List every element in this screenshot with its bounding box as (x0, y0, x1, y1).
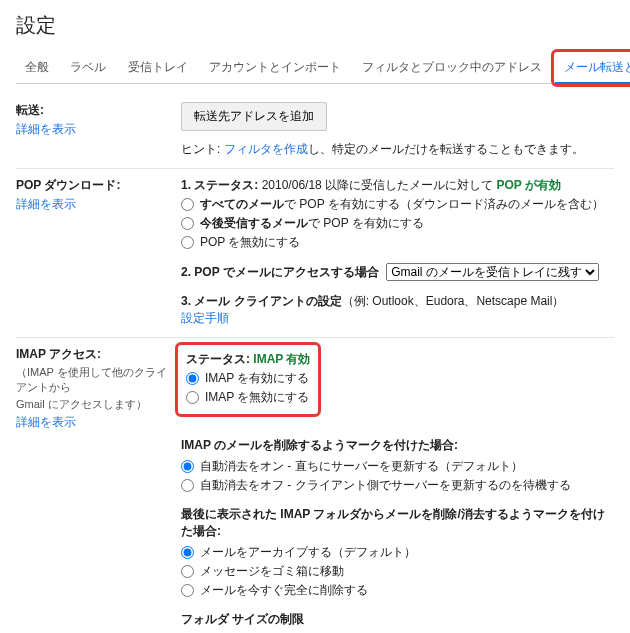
expunge-off: 自動消去をオフ - クライアント側でサーバーを更新するのを待機する (200, 477, 571, 494)
add-forwarding-address-button[interactable]: 転送先アドレスを追加 (181, 102, 327, 131)
lf-radio-trash[interactable] (181, 565, 194, 578)
section-pop: POP ダウンロード: 詳細を表示 1. ステータス: 2010/06/18 以… (16, 169, 614, 338)
pop-opt-all: すべてのメールで POP を有効にする（ダウンロード済みのメールを含む） (200, 196, 604, 213)
expunge-on: 自動消去をオン - 直ちにサーバーを更新する（デフォルト） (200, 458, 523, 475)
imap-opt-enable: IMAP を有効にする (205, 370, 309, 387)
pop-client-title: 3. メール クライアントの設定 (181, 294, 342, 308)
tab-inbox[interactable]: 受信トレイ (119, 53, 197, 83)
hint-suffix: し、特定のメールだけを転送することもできます。 (308, 142, 584, 156)
tab-labels[interactable]: ラベル (61, 53, 115, 83)
forwarding-label: 転送: (16, 102, 173, 119)
tab-forwarding-pop-imap[interactable]: メール転送と POP/IMAP (555, 53, 630, 83)
imap-status-value: IMAP 有効 (253, 352, 310, 366)
tab-accounts[interactable]: アカウントとインポート (200, 53, 350, 83)
forwarding-learn-link[interactable]: 詳細を表示 (16, 121, 76, 138)
imap-radio-enable[interactable] (186, 372, 199, 385)
pop-radio-future[interactable] (181, 217, 194, 230)
hint-prefix: ヒント: (181, 142, 224, 156)
settings-tabs: 全般 ラベル 受信トレイ アカウントとインポート フィルタとブロック中のアドレス… (16, 53, 614, 84)
pop-status-prefix: 1. ステータス: (181, 178, 262, 192)
imap-limit-title: フォルダ サイズの制限 (181, 611, 614, 628)
imap-radio-disable[interactable] (186, 391, 199, 404)
expunge-radio-off[interactable] (181, 479, 194, 492)
pop-radio-all[interactable] (181, 198, 194, 211)
imap-learn-link[interactable]: 詳細を表示 (16, 414, 76, 431)
pop-opt-future-strong: 今後受信するメール (200, 216, 308, 230)
lf-radio-delete[interactable] (181, 584, 194, 597)
imap-lastfolder-title: 最後に表示された IMAP フォルダからメールを削除/消去するようマークを付けた… (181, 506, 614, 540)
pop-radio-disable[interactable] (181, 236, 194, 249)
forwarding-hint: ヒント: フィルタを作成し、特定のメールだけを転送することもできます。 (181, 141, 614, 158)
expunge-radio-on[interactable] (181, 460, 194, 473)
section-imap: IMAP アクセス: （IMAP を使用して他のクライアントから Gmail に… (16, 338, 614, 633)
imap-sub1: （IMAP を使用して他のクライアントから (16, 365, 173, 395)
active-tab-underline (555, 82, 630, 84)
lf-trash: メッセージをゴミ箱に移動 (200, 563, 344, 580)
pop-opt-disable: POP を無効にする (200, 234, 300, 251)
pop-status-line: 1. ステータス: 2010/06/18 以降に受信したメールに対して POP … (181, 177, 614, 194)
imap-expunge-title: IMAP のメールを削除するようマークを付けた場合: (181, 437, 614, 454)
pop-opt-future-rest: で POP を有効にする (308, 216, 424, 230)
imap-status-label: ステータス: (186, 352, 253, 366)
lf-radio-archive[interactable] (181, 546, 194, 559)
page-title: 設定 (16, 12, 614, 39)
imap-sub2: Gmail にアクセスします） (16, 397, 173, 412)
pop-setup-link[interactable]: 設定手順 (181, 311, 229, 325)
pop-status-date: 2010/06/18 以降に受信したメールに対して (262, 178, 497, 192)
pop-client-examples: （例: Outlook、Eudora、Netscape Mail） (342, 294, 565, 308)
section-forwarding: 転送: 詳細を表示 転送先アドレスを追加 ヒント: フィルタを作成し、特定のメー… (16, 94, 614, 169)
imap-label: IMAP アクセス: (16, 346, 173, 363)
highlight-imap-status: ステータス: IMAP 有効 IMAP を有効にする IMAP を無効にする (175, 342, 321, 417)
pop-access-select[interactable]: Gmail のメールを受信トレイに残す (386, 263, 599, 281)
pop-status-enabled: POP が有効 (496, 178, 560, 192)
pop-opt-all-rest: で POP を有効にする（ダウンロード済みのメールを含む） (284, 197, 604, 211)
pop-access-title: 2. POP でメールにアクセスする場合 (181, 265, 379, 279)
tab-filters[interactable]: フィルタとブロック中のアドレス (353, 53, 551, 83)
pop-label: POP ダウンロード: (16, 177, 173, 194)
lf-delete: メールを今すぐ完全に削除する (200, 582, 368, 599)
pop-learn-link[interactable]: 詳細を表示 (16, 196, 76, 213)
pop-opt-future: 今後受信するメールで POP を有効にする (200, 215, 424, 232)
lf-archive: メールをアーカイブする（デフォルト） (200, 544, 416, 561)
imap-opt-disable: IMAP を無効にする (205, 389, 309, 406)
pop-opt-all-strong: すべてのメール (200, 197, 284, 211)
create-filter-link[interactable]: フィルタを作成 (224, 142, 308, 156)
tab-general[interactable]: 全般 (16, 53, 58, 83)
